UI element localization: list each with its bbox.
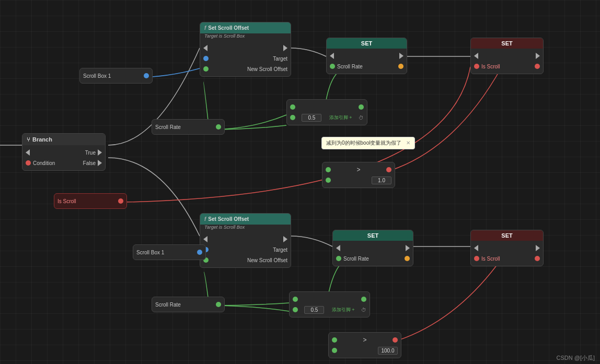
branch-exec-in[interactable] (26, 149, 30, 156)
branch-false-exec[interactable] (98, 160, 102, 166)
sso-top-target-pin[interactable] (203, 56, 209, 61)
set-sr-top-in-pin[interactable] (330, 64, 335, 69)
set-sr-top-exec-out[interactable] (399, 53, 403, 59)
scroll-rate-top-pin[interactable] (216, 124, 221, 130)
set-sr-top-exec-row (327, 51, 407, 61)
branch-true-label: True (85, 150, 96, 156)
is-scroll-var-body: Is Scroll (54, 194, 126, 208)
greater-bot-in1[interactable] (332, 337, 337, 343)
set-scroll-offset-top-subtitle: Target is Scroll Box (200, 33, 291, 41)
is-scroll-var-row: Is Scroll (54, 196, 126, 206)
set-is-bot-label: Is Scroll (481, 256, 500, 262)
set-scroll-offset-top-title: Set Scroll Offset (208, 25, 249, 31)
sso-top-exec-in[interactable] (203, 45, 207, 51)
set-is-scroll-top-body: Is Scroll (471, 49, 543, 74)
comment-bubble: 减到为0的时候bool变量就为假了 ✕ (321, 137, 415, 149)
math-bot-value[interactable]: 0.5 (304, 306, 324, 314)
math-top-value[interactable]: 0.5 (302, 114, 321, 122)
set-is-bot-exec-out[interactable] (536, 245, 540, 251)
branch-node: ⑂ Branch True Condition False (22, 133, 106, 171)
set-sr-bot-out-pin[interactable] (405, 256, 410, 261)
scroll-box-bottom-row: Scroll Box 1 (133, 247, 205, 257)
sso-top-offset-pin[interactable] (203, 66, 209, 72)
greater-bot-out[interactable] (393, 337, 398, 343)
greater-bottom-body: > 100.0 (329, 333, 401, 358)
scroll-rate-bottom-body: Scroll Rate (152, 297, 224, 312)
greater-top-in1[interactable] (326, 167, 331, 172)
greater-bot-in2[interactable] (332, 348, 337, 353)
add-script-bottom[interactable]: 添加引脚 + (332, 307, 355, 313)
set-is-bot-exec-in[interactable] (474, 245, 478, 251)
set-is-top-exec-in[interactable] (474, 53, 478, 59)
set-is-scroll-top-node: SET Is Scroll (470, 38, 544, 74)
set-is-top-out-pin[interactable] (535, 64, 540, 69)
set-sr-bot-exec-in[interactable] (336, 245, 340, 251)
set-scroll-offset-top-body: Target New Scroll Offset (200, 41, 291, 76)
math-bot-out[interactable] (361, 297, 366, 302)
scroll-rate-bottom-pin[interactable] (216, 302, 221, 307)
math-top-node: 0.5 添加引脚 + ⏱ (286, 99, 367, 125)
set-is-bot-scroll-row: Is Scroll (471, 253, 543, 264)
scroll-box-top-pin[interactable] (144, 73, 149, 78)
scroll-rate-top-body: Scroll Rate (152, 120, 224, 134)
branch-exec-row: True (22, 147, 105, 158)
is-scroll-out-pin[interactable] (118, 198, 123, 204)
branch-condition-pin[interactable] (26, 160, 31, 166)
set-sr-bot-exec-out[interactable] (406, 245, 410, 251)
scroll-box-bottom-pin[interactable] (197, 250, 202, 255)
set-sr-top-exec-in[interactable] (330, 53, 334, 59)
sso-top-offset-label: New Scroll Offset (247, 66, 287, 72)
set-sr-top-out-pin[interactable] (398, 64, 403, 69)
sso-top-exec-row (200, 43, 291, 53)
set-is-bot-out-pin[interactable] (535, 256, 540, 261)
clock-icon-top: ⏱ (359, 115, 364, 121)
set-is-top-scroll-row: Is Scroll (471, 61, 543, 72)
scroll-box-bottom-body: Scroll Box 1 (133, 245, 205, 260)
sso-bot-exec-in[interactable] (203, 236, 207, 242)
sso-bot-target-label: Target (273, 247, 287, 253)
set-sr-top-label: Scroll Rate (337, 64, 363, 69)
greater-top-out[interactable] (386, 167, 391, 172)
set-is-top-exec-row (471, 51, 543, 61)
math-bot-in1[interactable] (293, 297, 298, 302)
func-icon-top: f (204, 25, 206, 31)
set-sr-bot-rate-row: Scroll Rate (333, 253, 413, 264)
sso-bot-offset-row: New Scroll Offset (200, 255, 291, 265)
math-top-in2[interactable] (290, 115, 295, 120)
math-top-out[interactable] (359, 104, 364, 110)
greater-top-in2[interactable] (326, 178, 331, 183)
func-icon-bottom: f (204, 216, 206, 222)
comment-close[interactable]: ✕ (406, 140, 410, 146)
greater-bottom-node: > 100.0 (328, 332, 401, 358)
set-is-scroll-top-header: SET (471, 38, 543, 49)
set-is-bot-exec-row (471, 243, 543, 253)
set-sr-bot-exec-row (333, 243, 413, 253)
sso-bot-exec-out[interactable] (283, 236, 287, 242)
set-is-top-in-pin[interactable] (474, 64, 479, 69)
set-is-top-label: Is Scroll (481, 64, 500, 69)
greater-bot-value[interactable]: 100.0 (378, 347, 398, 355)
set-scroll-offset-bottom-title: Set Scroll Offset (208, 216, 249, 222)
set-sr-bot-in-pin[interactable] (336, 256, 341, 261)
greater-bot-op: > (363, 336, 367, 344)
sso-bot-target-row: Target (200, 244, 291, 255)
set-is-top-exec-out[interactable] (536, 53, 540, 59)
math-bot-in2[interactable] (293, 307, 298, 312)
greater-top-value[interactable]: 1.0 (372, 177, 391, 184)
set-is-bot-in-pin[interactable] (474, 256, 479, 261)
scroll-box-top-row: Scroll Box 1 (80, 71, 152, 81)
set-scroll-offset-bottom-node: f Set Scroll Offset Target is Scroll Box… (200, 213, 291, 268)
scroll-rate-top-label: Scroll Rate (155, 124, 181, 130)
watermark: CSDN @[小瓜] (556, 354, 595, 362)
math-top-in1[interactable] (290, 104, 295, 110)
set-is-scroll-bottom-node: SET Is Scroll (470, 230, 544, 266)
branch-true-exec[interactable] (98, 149, 102, 156)
sso-top-exec-out[interactable] (283, 45, 287, 51)
math-top-val-row: 0.5 添加引脚 + ⏱ (287, 112, 367, 123)
set-scroll-rate-bottom-body: Scroll Rate (333, 241, 413, 266)
branch-icon: ⑂ (27, 136, 30, 143)
clock-icon-bottom: ⏱ (361, 307, 366, 313)
add-script-top[interactable]: 添加引脚 + (329, 114, 352, 121)
scroll-box-bottom-node: Scroll Box 1 (133, 244, 206, 260)
scroll-rate-top-node: Scroll Rate (152, 119, 225, 135)
